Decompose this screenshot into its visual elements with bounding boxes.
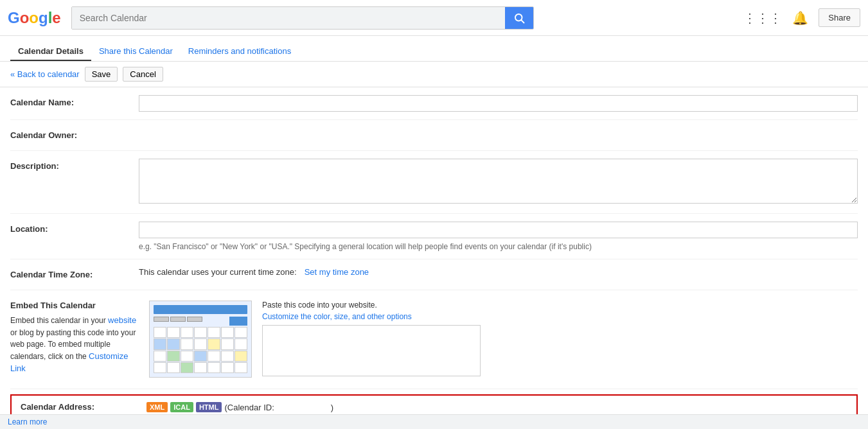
save-button[interactable]: Save bbox=[85, 67, 118, 82]
embed-cell bbox=[167, 362, 180, 373]
tab-share-calendar[interactable]: Share this Calendar bbox=[91, 41, 181, 61]
embed-cell bbox=[194, 351, 207, 362]
cal-id-text: (Calendar ID: bbox=[224, 403, 274, 412]
cal-id-close: ) bbox=[331, 403, 333, 412]
embed-cell bbox=[235, 327, 247, 338]
embed-cell bbox=[167, 338, 180, 349]
calendar-name-input[interactable] bbox=[139, 95, 858, 112]
ical-badge[interactable]: ICAL bbox=[170, 402, 193, 412]
tabs-bar: Calendar Details Share this Calendar Rem… bbox=[0, 36, 868, 62]
header-right: ⋮⋮⋮ 🔔 Share bbox=[743, 8, 860, 27]
embed-cell bbox=[194, 362, 207, 373]
embed-cell bbox=[208, 327, 220, 338]
embed-cell bbox=[208, 362, 220, 373]
embed-cell bbox=[208, 351, 220, 362]
html-badge[interactable]: HTML bbox=[196, 402, 222, 412]
embed-description: Embed this calendar in your website or b… bbox=[10, 314, 139, 375]
back-to-calendar-link[interactable]: « Back to calendar bbox=[10, 69, 80, 79]
description-value bbox=[139, 159, 858, 206]
search-bar bbox=[71, 6, 534, 30]
description-label: Description: bbox=[10, 159, 139, 171]
embed-customize-link[interactable]: Customize the color, size, and other opt… bbox=[262, 312, 858, 321]
embed-cell bbox=[181, 362, 193, 373]
calendar-name-value bbox=[139, 95, 858, 112]
embed-cell bbox=[154, 362, 166, 373]
location-value bbox=[139, 222, 858, 238]
set-timezone-link[interactable]: Set my time zone bbox=[305, 267, 369, 277]
footer-bar: Learn more bbox=[0, 414, 868, 429]
embed-preview-grid bbox=[154, 327, 247, 373]
embed-cell bbox=[194, 327, 207, 338]
footer-learn-more[interactable]: Learn more bbox=[8, 417, 47, 426]
embed-paste-text: Paste this code into your website. bbox=[262, 301, 858, 310]
main-content: Calendar Name: Calendar Owner: Descripti… bbox=[0, 87, 868, 429]
timezone-label: Calendar Time Zone: bbox=[10, 267, 139, 279]
location-hint: e.g. "San Francisco" or "New York" or "U… bbox=[139, 242, 592, 251]
embed-preview-header bbox=[154, 305, 247, 314]
embed-customize-link-left[interactable]: Customize Link bbox=[10, 351, 128, 374]
embed-cell bbox=[154, 338, 166, 349]
embed-right: Paste this code into your website. Custo… bbox=[262, 301, 858, 378]
embed-cell bbox=[194, 338, 207, 349]
embed-cell bbox=[221, 351, 234, 362]
embed-cell bbox=[181, 338, 193, 349]
embed-preview bbox=[149, 301, 252, 378]
embed-cell bbox=[167, 327, 180, 338]
embed-cell bbox=[221, 338, 234, 349]
search-input[interactable] bbox=[72, 7, 505, 29]
description-input[interactable] bbox=[139, 159, 858, 204]
location-label: Location: bbox=[10, 222, 139, 238]
embed-cell bbox=[235, 362, 247, 373]
location-input[interactable] bbox=[139, 222, 858, 238]
embed-cell bbox=[154, 327, 166, 338]
search-icon bbox=[513, 12, 525, 24]
badge-row: XML ICAL HTML (Calendar ID: ) bbox=[146, 402, 847, 412]
embed-cell bbox=[221, 327, 234, 338]
xml-badge[interactable]: XML bbox=[146, 402, 168, 412]
embed-cell bbox=[208, 338, 220, 349]
apps-icon[interactable]: ⋮⋮⋮ bbox=[743, 10, 782, 26]
embed-left: Embed This Calendar Embed this calendar … bbox=[10, 301, 139, 375]
cancel-button[interactable]: Cancel bbox=[123, 67, 163, 82]
google-logo: Google bbox=[8, 9, 61, 27]
back-bar: « Back to calendar Save Cancel bbox=[0, 62, 868, 87]
embed-cell bbox=[181, 327, 193, 338]
timezone-text: This calendar uses your current time zon… bbox=[139, 267, 297, 277]
calendar-owner-label: Calendar Owner: bbox=[10, 128, 139, 140]
notifications-icon[interactable]: 🔔 bbox=[792, 10, 808, 26]
description-row: Description: bbox=[10, 151, 858, 214]
embed-cell bbox=[221, 362, 234, 373]
calendar-owner-row: Calendar Owner: bbox=[10, 120, 858, 151]
embed-cell bbox=[235, 351, 247, 362]
tab-reminders[interactable]: Reminders and notifications bbox=[181, 41, 299, 61]
header: Google ⋮⋮⋮ 🔔 Share bbox=[0, 0, 868, 36]
embed-cell bbox=[181, 351, 193, 362]
location-row: Location: e.g. "San Francisco" or "New Y… bbox=[10, 214, 858, 259]
timezone-row: Calendar Time Zone: This calendar uses y… bbox=[10, 259, 858, 290]
embed-section: Embed This Calendar Embed this calendar … bbox=[10, 290, 858, 389]
tab-calendar-details[interactable]: Calendar Details bbox=[10, 41, 91, 61]
timezone-value: This calendar uses your current time zon… bbox=[139, 267, 858, 277]
embed-code-textarea[interactable] bbox=[262, 325, 481, 376]
svg-line-1 bbox=[521, 20, 524, 22]
embed-cell bbox=[154, 351, 166, 362]
calendar-owner-value bbox=[139, 128, 858, 130]
embed-cell bbox=[167, 351, 180, 362]
embed-title: Embed This Calendar bbox=[10, 301, 139, 310]
search-button[interactable] bbox=[505, 7, 533, 29]
share-button[interactable]: Share bbox=[819, 8, 860, 27]
calendar-name-row: Calendar Name: bbox=[10, 87, 858, 120]
cal-address-title: Calendar Address: bbox=[21, 402, 136, 412]
embed-website-link[interactable]: website bbox=[108, 315, 136, 325]
calendar-name-label: Calendar Name: bbox=[10, 95, 139, 107]
embed-cell bbox=[235, 338, 247, 349]
